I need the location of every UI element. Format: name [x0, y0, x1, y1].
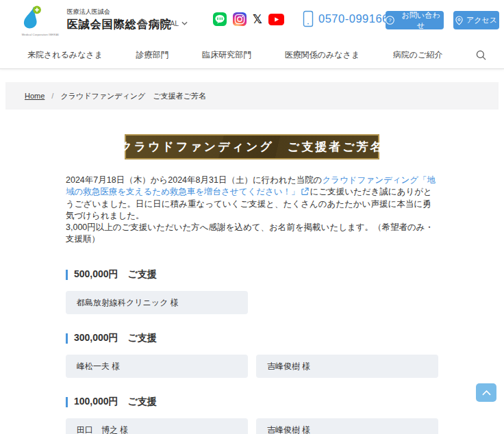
supporter-name-box: 都島放射線科クリニック 様: [66, 291, 248, 314]
intro-paragraph: 2024年7月18日（木）から2024年8月31日（土）に行われた当院のクラウド…: [66, 175, 438, 245]
nav-item-medical-professionals[interactable]: 医療関係のみなさま: [285, 49, 360, 61]
chevron-up-icon: [482, 390, 491, 396]
main-nav: 来院されるみなさま 診療部門 臨床研究部門 医療関係のみなさま 病院のご紹介: [0, 41, 504, 69]
line-icon[interactable]: [213, 12, 227, 26]
language-selector-label: GLOBAL: [150, 19, 179, 27]
page-title-banner: クラウドファンディング ご支援者ご芳名: [125, 134, 379, 159]
supporter-name-box: 峰松一夫 様: [66, 355, 248, 378]
language-selector[interactable]: GLOBAL: [138, 18, 188, 28]
supporter-name-box: 吉峰俊樹 様: [256, 355, 438, 378]
svg-text:?: ?: [388, 17, 392, 23]
question-circle-icon: ?: [386, 16, 394, 25]
heading-accent-bar: [66, 397, 68, 407]
instagram-icon[interactable]: [233, 12, 247, 26]
support-section: 100,000円 ご支援田口 博之 様吉峰俊樹 様寺田喜孝 様洛和会ヘルスケアシ…: [66, 396, 438, 434]
x-icon[interactable]: 𝕏: [253, 12, 262, 26]
section-heading-text: 300,000円 ご支援: [74, 332, 157, 344]
location-pin-icon: [455, 16, 463, 25]
nav-item-about-hospital[interactable]: 病院のご紹介: [393, 49, 443, 61]
nav-item-clinical-research[interactable]: 臨床研究部門: [202, 49, 251, 61]
phone-number[interactable]: 0570-099166: [303, 10, 389, 27]
breadcrumb-separator: /: [51, 92, 53, 100]
heading-accent-bar: [66, 333, 68, 344]
external-link-icon[interactable]: [301, 187, 309, 199]
search-icon[interactable]: [476, 50, 486, 60]
phone-number-text: 0570-099166: [318, 12, 389, 25]
supporter-name-grid: 峰松一夫 様吉峰俊樹 様: [66, 355, 438, 378]
youtube-icon[interactable]: [268, 14, 284, 25]
org-small-label: 医療法人医誠会: [67, 8, 172, 16]
support-section: 300,000円 ご支援峰松一夫 様吉峰俊樹 様: [66, 332, 438, 378]
section-heading: 300,000円 ご支援: [66, 332, 438, 344]
nav-item-visitors[interactable]: 来院されるみなさま: [27, 49, 103, 61]
contact-button[interactable]: ? お問い合わせ: [386, 11, 444, 29]
supporter-name-box: 吉峰俊樹 様: [256, 418, 438, 434]
social-links: 𝕏: [213, 12, 284, 26]
supporter-name-grid: 都島放射線科クリニック 様: [66, 291, 438, 314]
globe-icon: [138, 18, 147, 28]
smartphone-icon: [303, 10, 314, 27]
supporter-name-box: 田口 博之 様: [66, 418, 248, 434]
chevron-down-icon: [181, 21, 188, 25]
main-content: クラウドファンディング ご支援者ご芳名 2024年7月18日（木）から2024年…: [66, 110, 438, 434]
support-section: 500,000円 ご支援都島放射線科クリニック 様: [66, 268, 438, 314]
site-header: Medical Corporation ISEIKAI 医療法人医誠会 医誠会国…: [0, 0, 504, 41]
heading-accent-bar: [66, 270, 68, 280]
breadcrumb: Home / クラウドファンディング ご支援者ご芳名: [5, 82, 499, 110]
nav-item-departments[interactable]: 診療部門: [136, 49, 169, 61]
section-heading: 500,000円 ご支援: [66, 268, 438, 281]
supporter-sections: 500,000円 ご支援都島放射線科クリニック 様300,000円 ご支援峰松一…: [66, 268, 438, 434]
section-heading-text: 100,000円 ご支援: [74, 396, 157, 408]
intro-line2: 3,000円以上のご支援いただいた方へ感謝を込めて、お名前を掲載いたします。（希…: [66, 222, 438, 245]
back-to-top-button[interactable]: [476, 383, 496, 402]
access-button[interactable]: アクセス: [453, 11, 499, 29]
section-heading-text: 500,000円 ご支援: [74, 268, 157, 281]
breadcrumb-current: クラウドファンディング ご支援者ご芳名: [60, 91, 205, 101]
supporter-name-grid: 田口 博之 様吉峰俊樹 様寺田喜孝 様洛和会ヘルスケアシステム 理事長 矢野裕典…: [66, 418, 438, 434]
page-title: クラウドファンディング ご支援者ご芳名: [120, 139, 383, 155]
breadcrumb-home-link[interactable]: Home: [25, 92, 45, 100]
section-heading: 100,000円 ご支援: [66, 396, 438, 408]
logo-caption: Medical Corporation ISEIKAI: [22, 32, 59, 36]
logo-droplet-icon: [18, 5, 43, 29]
